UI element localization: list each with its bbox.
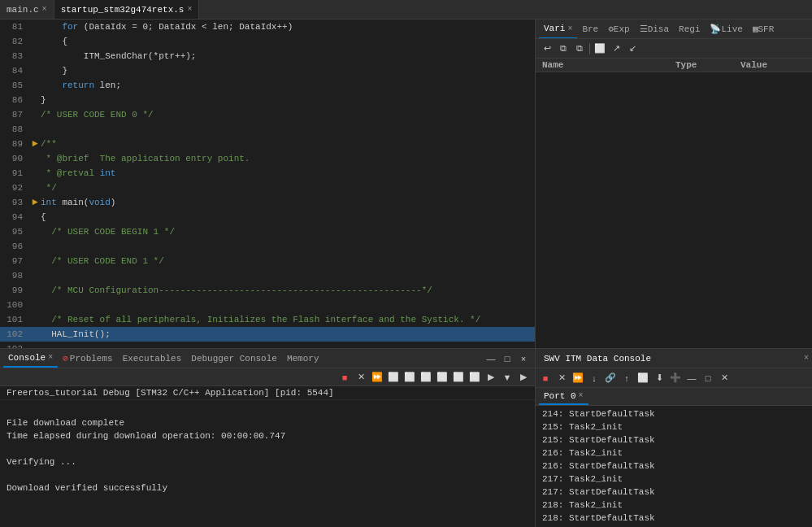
right-toolbar: ↩ ⧉ ⧉ ⬜ ↗ ↙	[536, 39, 812, 59]
console-close-btn[interactable]: ×	[515, 351, 532, 366]
main-content: 81 for (DataIdx = 0; DataIdx < len; Data…	[0, 20, 812, 348]
line-number: 95	[0, 227, 29, 237]
code-line-85: 85 return len;	[0, 78, 535, 93]
line-content: /* MCU Configuration--------------------…	[41, 285, 432, 295]
swv-port-tab-close[interactable]: ×	[579, 391, 584, 400]
code-line-89: 89►/**	[0, 137, 535, 151]
tab-main-c[interactable]: main.c ×	[0, 0, 54, 19]
line-content: /* USER CODE END 0 */	[41, 110, 154, 120]
console-minimize-btn[interactable]: —	[483, 351, 499, 366]
toolbar-btn-5[interactable]: ↗	[608, 41, 624, 56]
tab-problems[interactable]: ⊘ Problems	[58, 349, 117, 368]
tab-live[interactable]: 📡 Live	[705, 20, 747, 38]
console-content[interactable]: File download completeTime elapsed durin…	[0, 400, 535, 527]
code-line-99: 99 /* MCU Configuration-----------------…	[0, 283, 535, 298]
toolbar-btn-6[interactable]: ↙	[624, 41, 640, 56]
console-clear-btn[interactable]: ✕	[353, 370, 369, 385]
line-arrow: ►	[29, 138, 41, 150]
tab-main-c-close[interactable]: ×	[42, 5, 47, 14]
code-line-95: 95 /* USER CODE BEGIN 1 */	[0, 224, 535, 239]
tab-disassembly[interactable]: ☰ Disa	[635, 20, 674, 38]
console-btn-7[interactable]: ⬜	[434, 370, 450, 385]
swv-line: 216: Task2_init	[542, 446, 805, 459]
tab-breakpoints-label: Bre	[582, 24, 598, 34]
code-line-90: 90 * @brief The application entry point.	[0, 151, 535, 166]
col-name: Name	[542, 60, 675, 70]
swv-btn-2[interactable]: ✕	[554, 371, 570, 385]
line-number: 88	[0, 124, 29, 134]
line-number: 92	[0, 183, 29, 193]
console-btn-4[interactable]: ⬜	[385, 370, 402, 385]
console-line: Verifying ...	[7, 455, 528, 468]
console-maximize-btn[interactable]: □	[499, 351, 515, 366]
swv-btn-4[interactable]: ↓	[586, 371, 602, 385]
tab-executables[interactable]: Executables	[118, 349, 187, 368]
code-area[interactable]: 81 for (DataIdx = 0; DataIdx < len; Data…	[0, 20, 535, 348]
code-line-86: 86}	[0, 93, 535, 107]
console-line	[7, 468, 528, 481]
console-btn-10[interactable]: ▶	[483, 370, 499, 385]
code-line-96: 96	[0, 239, 535, 254]
tab-sfr[interactable]: ▦ SFR	[748, 20, 779, 38]
tab-startup-close[interactable]: ×	[187, 5, 192, 14]
swv-btn-12[interactable]: ✕	[716, 371, 732, 385]
tab-breakpoints[interactable]: Bre	[577, 20, 603, 38]
line-number: 94	[0, 212, 29, 222]
swv-port-tab[interactable]: Port 0 ×	[539, 388, 588, 405]
console-btn-11[interactable]: ▼	[499, 370, 515, 385]
swv-btn-10[interactable]: —	[684, 371, 700, 385]
line-number: 97	[0, 256, 29, 266]
toolbar-btn-1[interactable]: ↩	[539, 41, 555, 56]
line-content: {	[41, 37, 67, 46]
tab-variables[interactable]: Vari ×	[539, 20, 577, 38]
line-content: /* USER CODE BEGIN 1 */	[41, 227, 175, 237]
tab-variables-label: Vari	[544, 24, 565, 33]
console-btn-3[interactable]: ⏩	[369, 370, 385, 385]
console-tab-controls: — □ ×	[483, 351, 532, 366]
tab-console[interactable]: Console ×	[3, 349, 58, 368]
toolbar-btn-3[interactable]: ⧉	[571, 41, 588, 56]
code-line-91: 91 * @retval int	[0, 166, 535, 181]
line-number: 82	[0, 37, 29, 46]
swv-btn-11[interactable]: □	[700, 371, 716, 385]
swv-line: 215: Task2_init	[542, 420, 805, 433]
tab-debugger-console[interactable]: Debugger Console	[186, 349, 282, 368]
swv-close-btn[interactable]: ×	[804, 354, 809, 363]
toolbar-btn-2[interactable]: ⧉	[555, 41, 571, 56]
swv-btn-3[interactable]: ⏩	[570, 371, 586, 385]
console-btn-9[interactable]: ⬜	[467, 370, 483, 385]
console-stop-btn[interactable]: ■	[337, 370, 353, 385]
tab-registers[interactable]: Regi	[674, 20, 705, 38]
code-line-101: 101 /* Reset of all peripherals, Initial…	[0, 312, 535, 327]
console-btn-12[interactable]: ▶	[515, 370, 532, 385]
swv-btn-5[interactable]: 🔗	[602, 371, 619, 385]
console-btn-8[interactable]: ⬜	[450, 370, 467, 385]
console-btn-6[interactable]: ⬜	[418, 370, 434, 385]
code-line-103: 103	[0, 342, 535, 348]
console-line	[7, 403, 528, 416]
line-number: 96	[0, 242, 29, 251]
line-content: ITM_SendChar(*ptr++);	[41, 51, 196, 61]
swv-stop-btn[interactable]: ■	[537, 371, 554, 385]
swv-btn-8[interactable]: ⬇	[651, 371, 667, 385]
tab-variables-close[interactable]: ×	[567, 24, 572, 33]
line-content: * @retval int	[41, 168, 115, 178]
toolbar-btn-4[interactable]: ⬜	[592, 41, 608, 56]
bottom-section: Console × ⊘ Problems Executables Debugge…	[0, 348, 812, 527]
tab-console-close[interactable]: ×	[48, 353, 53, 362]
variables-panel[interactable]	[536, 72, 812, 348]
swv-btn-9[interactable]: ➕	[667, 371, 684, 385]
line-content: * @brief The application entry point.	[41, 154, 250, 163]
swv-btn-6[interactable]: ↑	[619, 371, 635, 385]
swv-content[interactable]: 214: StartDefaultTask215: Task2_init215:…	[536, 406, 812, 527]
swv-btn-7[interactable]: ⬜	[635, 371, 651, 385]
tab-startup-label: startup_stm32g474retx.s	[61, 5, 185, 15]
tab-startup[interactable]: startup_stm32g474retx.s ×	[54, 0, 200, 19]
line-content: {	[41, 212, 46, 222]
tab-memory[interactable]: Memory	[282, 349, 324, 368]
swv-line: 218: Task2_init	[542, 499, 805, 512]
right-tab-bar: Vari × Bre ⚙ Exp ☰ Disa Regi 📡 Live	[536, 20, 812, 39]
console-btn-5[interactable]: ⬜	[402, 370, 418, 385]
tab-expressions[interactable]: ⚙ Exp	[603, 20, 634, 38]
swv-title: SWV ITM Data Console	[539, 354, 801, 364]
